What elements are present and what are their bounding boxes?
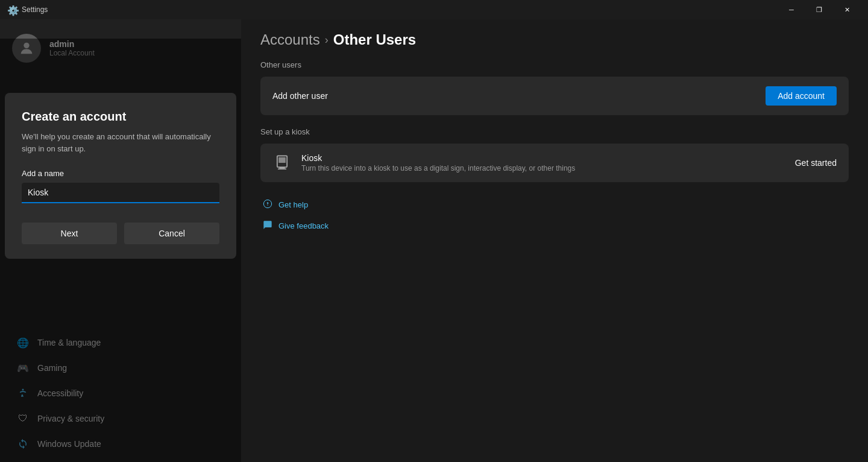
breadcrumb-parent[interactable]: Accounts [260,31,320,48]
svg-rect-3 [279,167,285,168]
kiosk-section-title: Set up a kiosk [260,127,849,136]
get-help-label: Get help [278,200,308,209]
settings-icon: ⚙️ [7,5,17,14]
main-content: Accounts › Other Users Other users Add o… [241,19,868,462]
other-users-section-title: Other users [260,60,849,69]
get-started-button[interactable]: Get started [795,158,837,168]
help-links: Get help Give feedback [260,194,849,236]
close-button[interactable]: ✕ [833,0,861,19]
kiosk-text: Kiosk Turn this device into a kiosk to u… [301,153,785,172]
dialog-title: Create an account [22,110,219,124]
next-button[interactable]: Next [22,223,117,244]
dialog-description: We'll help you create an account that wi… [22,131,219,154]
feedback-icon [263,220,272,232]
cancel-button[interactable]: Cancel [124,223,219,244]
get-help-link[interactable]: Get help [260,194,849,215]
breadcrumb: Accounts › Other Users [260,31,849,48]
app-container: admin Local Account 🌐 Time & language 🎮 … [0,19,868,462]
titlebar: ⚙️ Settings ─ ❐ ✕ [0,0,868,19]
kiosk-card: Kiosk Turn this device into a kiosk to u… [260,144,849,182]
add-other-user-text: Add other user [272,91,756,101]
minimize-button[interactable]: ─ [778,0,805,19]
dialog-overlay: Create an account We'll help you create … [0,39,241,462]
kiosk-row: Kiosk Turn this device into a kiosk to u… [260,144,849,182]
help-icon [263,199,272,210]
give-feedback-label: Give feedback [278,221,329,230]
window-controls: ─ ❐ ✕ [778,0,861,19]
add-other-user-card: Add other user Add account [260,77,849,115]
breadcrumb-current: Other Users [333,31,416,48]
create-account-dialog: Create an account We'll help you create … [5,93,236,259]
svg-rect-4 [278,168,286,169]
dialog-buttons: Next Cancel [22,223,219,244]
restore-button[interactable]: ❐ [805,0,833,19]
add-account-button[interactable]: Add account [766,86,837,106]
svg-rect-5 [278,157,286,163]
breadcrumb-separator: › [325,34,329,46]
kiosk-description: Turn this device into a kiosk to use as … [301,164,785,172]
give-feedback-link[interactable]: Give feedback [260,215,849,236]
kiosk-title: Kiosk [301,153,785,163]
titlebar-title: Settings [22,5,778,14]
name-input[interactable] [22,183,219,203]
kiosk-icon [272,153,292,172]
add-name-label: Add a name [22,169,219,178]
add-other-user-row: Add other user Add account [260,77,849,115]
add-other-user-label: Add other user [272,91,756,101]
